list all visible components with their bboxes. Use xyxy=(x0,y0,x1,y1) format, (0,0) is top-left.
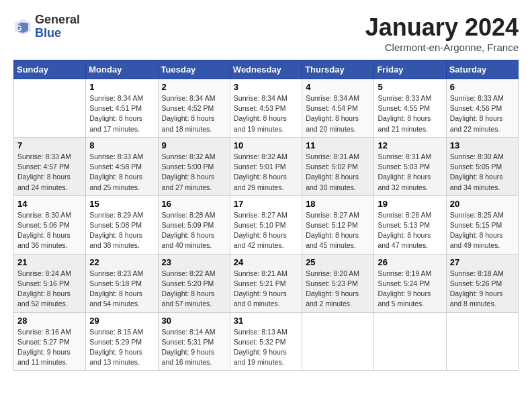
day-cell: 8Sunrise: 8:33 AMSunset: 4:58 PMDaylight… xyxy=(86,137,158,195)
logo-icon: G xyxy=(13,17,32,36)
day-info: Sunrise: 8:27 AMSunset: 5:12 PMDaylight:… xyxy=(306,210,370,251)
day-number: 18 xyxy=(306,199,370,209)
day-info: Sunrise: 8:28 AMSunset: 5:09 PMDaylight:… xyxy=(162,210,226,251)
day-info: Sunrise: 8:16 AMSunset: 5:27 PMDaylight:… xyxy=(17,327,82,368)
weekday-header-tuesday: Tuesday xyxy=(158,60,230,79)
logo: G General Blue xyxy=(13,13,80,40)
day-cell: 30Sunrise: 8:14 AMSunset: 5:31 PMDayligh… xyxy=(158,312,230,371)
day-cell: 31Sunrise: 8:13 AMSunset: 5:32 PMDayligh… xyxy=(230,312,302,371)
logo-text: General Blue xyxy=(35,13,80,40)
day-cell: 13Sunrise: 8:30 AMSunset: 5:05 PMDayligh… xyxy=(446,137,518,195)
week-row-5: 28Sunrise: 8:16 AMSunset: 5:27 PMDayligh… xyxy=(14,312,519,371)
location: Clermont-en-Argonne, France xyxy=(365,42,519,53)
day-cell: 4Sunrise: 8:34 AMSunset: 4:54 PMDaylight… xyxy=(302,79,374,138)
day-info: Sunrise: 8:30 AMSunset: 5:05 PMDaylight:… xyxy=(450,152,515,193)
day-number: 29 xyxy=(89,316,154,326)
day-cell: 23Sunrise: 8:22 AMSunset: 5:20 PMDayligh… xyxy=(158,254,230,312)
week-row-2: 7Sunrise: 8:33 AMSunset: 4:57 PMDaylight… xyxy=(14,137,519,195)
week-row-1: 1Sunrise: 8:34 AMSunset: 4:51 PMDaylight… xyxy=(14,79,519,138)
weekday-header-wednesday: Wednesday xyxy=(230,60,302,79)
day-info: Sunrise: 8:15 AMSunset: 5:29 PMDaylight:… xyxy=(89,327,154,368)
day-number: 24 xyxy=(234,257,298,267)
day-cell: 11Sunrise: 8:31 AMSunset: 5:02 PMDayligh… xyxy=(302,137,374,195)
day-info: Sunrise: 8:34 AMSunset: 4:54 PMDaylight:… xyxy=(306,93,370,134)
day-cell xyxy=(374,312,446,371)
day-number: 26 xyxy=(378,257,442,267)
day-info: Sunrise: 8:32 AMSunset: 5:00 PMDaylight:… xyxy=(162,152,226,193)
day-cell: 21Sunrise: 8:24 AMSunset: 5:16 PMDayligh… xyxy=(14,254,86,312)
day-cell: 26Sunrise: 8:19 AMSunset: 5:24 PMDayligh… xyxy=(374,254,446,312)
day-info: Sunrise: 8:32 AMSunset: 5:01 PMDaylight:… xyxy=(234,152,298,193)
day-number: 5 xyxy=(378,82,442,92)
day-info: Sunrise: 8:18 AMSunset: 5:26 PMDaylight:… xyxy=(450,269,515,310)
day-cell: 5Sunrise: 8:33 AMSunset: 4:55 PMDaylight… xyxy=(374,79,446,138)
day-info: Sunrise: 8:34 AMSunset: 4:51 PMDaylight:… xyxy=(89,93,154,134)
day-info: Sunrise: 8:31 AMSunset: 5:02 PMDaylight:… xyxy=(306,152,370,193)
day-cell: 14Sunrise: 8:30 AMSunset: 5:06 PMDayligh… xyxy=(14,195,86,254)
calendar: SundayMondayTuesdayWednesdayThursdayFrid… xyxy=(13,60,519,371)
day-cell: 24Sunrise: 8:21 AMSunset: 5:21 PMDayligh… xyxy=(230,254,302,312)
day-cell: 9Sunrise: 8:32 AMSunset: 5:00 PMDaylight… xyxy=(158,137,230,195)
day-cell: 10Sunrise: 8:32 AMSunset: 5:01 PMDayligh… xyxy=(230,137,302,195)
day-info: Sunrise: 8:27 AMSunset: 5:10 PMDaylight:… xyxy=(234,210,298,251)
day-number: 8 xyxy=(89,140,154,150)
day-info: Sunrise: 8:23 AMSunset: 5:18 PMDaylight:… xyxy=(89,269,154,310)
day-info: Sunrise: 8:26 AMSunset: 5:13 PMDaylight:… xyxy=(378,210,442,251)
day-number: 25 xyxy=(306,257,370,267)
day-cell: 19Sunrise: 8:26 AMSunset: 5:13 PMDayligh… xyxy=(374,195,446,254)
weekday-header-sunday: Sunday xyxy=(14,60,86,79)
logo-blue-text: Blue xyxy=(35,26,61,40)
day-number: 11 xyxy=(306,140,370,150)
weekday-header-monday: Monday xyxy=(86,60,158,79)
day-number: 6 xyxy=(450,82,515,92)
week-row-3: 14Sunrise: 8:30 AMSunset: 5:06 PMDayligh… xyxy=(14,195,519,254)
day-number: 7 xyxy=(17,140,82,150)
day-number: 3 xyxy=(234,82,298,92)
day-cell xyxy=(302,312,374,371)
weekday-header-thursday: Thursday xyxy=(302,60,374,79)
day-info: Sunrise: 8:31 AMSunset: 5:03 PMDaylight:… xyxy=(378,152,442,193)
day-info: Sunrise: 8:29 AMSunset: 5:08 PMDaylight:… xyxy=(89,210,154,251)
title-area: January 2024 Clermont-en-Argonne, France xyxy=(365,13,519,53)
day-number: 23 xyxy=(162,257,226,267)
day-number: 15 xyxy=(89,199,154,209)
weekday-header-saturday: Saturday xyxy=(446,60,518,79)
day-number: 30 xyxy=(162,316,226,326)
day-info: Sunrise: 8:34 AMSunset: 4:52 PMDaylight:… xyxy=(162,93,226,134)
day-info: Sunrise: 8:14 AMSunset: 5:31 PMDaylight:… xyxy=(162,327,226,368)
day-info: Sunrise: 8:33 AMSunset: 4:58 PMDaylight:… xyxy=(89,152,154,193)
day-cell: 20Sunrise: 8:25 AMSunset: 5:15 PMDayligh… xyxy=(446,195,518,254)
day-number: 4 xyxy=(306,82,370,92)
day-number: 1 xyxy=(89,82,154,92)
day-cell: 7Sunrise: 8:33 AMSunset: 4:57 PMDaylight… xyxy=(14,137,86,195)
day-info: Sunrise: 8:30 AMSunset: 5:06 PMDaylight:… xyxy=(17,210,82,251)
day-cell: 29Sunrise: 8:15 AMSunset: 5:29 PMDayligh… xyxy=(86,312,158,371)
day-number: 13 xyxy=(450,140,515,150)
day-info: Sunrise: 8:25 AMSunset: 5:15 PMDaylight:… xyxy=(450,210,515,251)
day-number: 21 xyxy=(17,257,82,267)
day-number: 10 xyxy=(234,140,298,150)
svg-text:G: G xyxy=(16,24,22,32)
logo-general-text: General xyxy=(35,13,80,26)
month-title: January 2024 xyxy=(365,13,519,42)
day-number: 28 xyxy=(17,316,82,326)
day-cell: 1Sunrise: 8:34 AMSunset: 4:51 PMDaylight… xyxy=(86,79,158,138)
day-info: Sunrise: 8:33 AMSunset: 4:56 PMDaylight:… xyxy=(450,93,515,134)
day-number: 19 xyxy=(378,199,442,209)
day-info: Sunrise: 8:24 AMSunset: 5:16 PMDaylight:… xyxy=(17,269,82,310)
day-info: Sunrise: 8:33 AMSunset: 4:55 PMDaylight:… xyxy=(378,93,442,134)
day-cell: 15Sunrise: 8:29 AMSunset: 5:08 PMDayligh… xyxy=(86,195,158,254)
weekday-header-row: SundayMondayTuesdayWednesdayThursdayFrid… xyxy=(14,60,519,79)
day-number: 27 xyxy=(450,257,515,267)
day-cell: 2Sunrise: 8:34 AMSunset: 4:52 PMDaylight… xyxy=(158,79,230,138)
day-number: 31 xyxy=(234,316,298,326)
day-info: Sunrise: 8:21 AMSunset: 5:21 PMDaylight:… xyxy=(234,269,298,310)
day-cell: 27Sunrise: 8:18 AMSunset: 5:26 PMDayligh… xyxy=(446,254,518,312)
day-number: 16 xyxy=(162,199,226,209)
day-cell: 12Sunrise: 8:31 AMSunset: 5:03 PMDayligh… xyxy=(374,137,446,195)
day-cell: 18Sunrise: 8:27 AMSunset: 5:12 PMDayligh… xyxy=(302,195,374,254)
day-info: Sunrise: 8:34 AMSunset: 4:53 PMDaylight:… xyxy=(234,93,298,134)
day-number: 14 xyxy=(17,199,82,209)
day-number: 22 xyxy=(89,257,154,267)
day-cell xyxy=(446,312,518,371)
